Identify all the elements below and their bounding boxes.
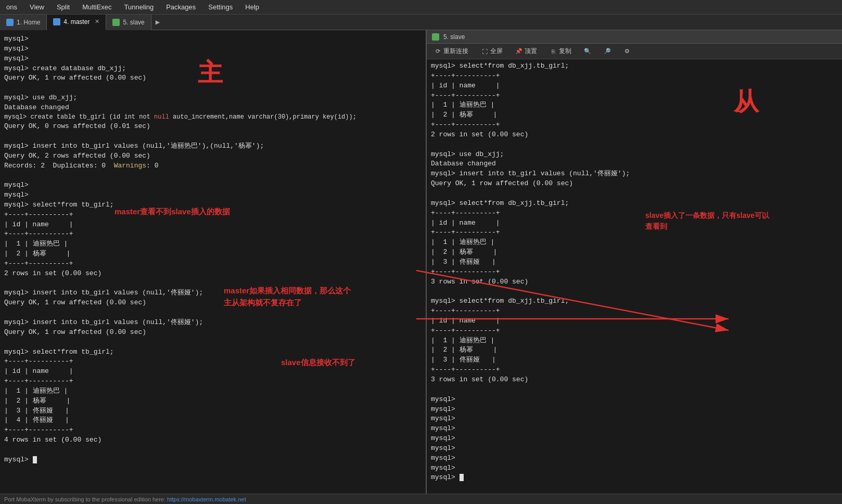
terminal-line xyxy=(4,308,422,318)
terminal-line: | 1 | 迪丽热巴 | xyxy=(431,336,838,346)
reconnect-button[interactable]: ⟳ 重新连接 xyxy=(431,46,471,57)
terminal-line: +----+----------+ xyxy=(4,377,422,386)
terminal-line: | 2 | 杨幂 | xyxy=(4,396,422,406)
terminal-line: mysql> use db_xjj; xyxy=(431,150,838,160)
terminal-line: Query OK, 1 row affected (0.00 sec) xyxy=(4,298,422,308)
terminal-line: | id | name | xyxy=(4,367,422,377)
terminal-line: | 2 | 杨幂 | xyxy=(431,110,838,120)
terminal-line: Query OK, 0 rows affected (0.01 sec) xyxy=(4,122,422,132)
terminal-line: mysql> xyxy=(4,54,422,64)
pin-icon: 📌 xyxy=(515,48,522,55)
tab-nav-button[interactable]: ▶ xyxy=(151,18,164,27)
menu-multiexec[interactable]: MultiExec xyxy=(80,2,113,12)
right-terminal-content[interactable]: 从 slave插入了一条数据，只有slave可以查看到 mysql> selec… xyxy=(427,59,842,504)
terminal-line: | 1 | 迪丽热巴 | xyxy=(4,386,422,396)
terminal-line: mysql> xyxy=(431,473,838,483)
terminal-line: mysql> xyxy=(431,405,838,415)
terminal-line: | id | name | xyxy=(4,220,422,230)
zoom-in-button[interactable]: 🔎 xyxy=(601,47,614,56)
left-terminal-pane[interactable]: 主 master查看不到slave插入的数据 master如果插入相同数据，那么… xyxy=(0,30,427,504)
terminal-line: mysql> xyxy=(4,44,422,54)
terminal-line: mysql> create table tb_girl (id int not … xyxy=(4,113,422,122)
terminal-line: +----+----------+ xyxy=(431,306,838,316)
slave-title-text: 5. slave xyxy=(443,33,465,41)
bottom-bar-text: Port MobaXterm by subscribing to the pro… xyxy=(4,496,165,502)
right-toolbar: ⟳ 重新连接 ⛶ 全屏 📌 顶置 ⎘ 复制 🔍 🔎 ⚙ xyxy=(427,44,842,59)
terminal-line: Query OK, 1 row affected (0.00 sec) xyxy=(4,328,422,338)
terminal-line: mysql> xyxy=(4,190,422,200)
menu-help[interactable]: Help xyxy=(243,2,261,12)
pin-button[interactable]: 📌 顶置 xyxy=(512,46,540,57)
terminal-line: mysql> xyxy=(431,424,838,434)
fullscreen-icon: ⛶ xyxy=(481,48,488,55)
terminal-line: mysql> xyxy=(431,444,838,454)
terminal-line: | 3 | 佟丽娅 | xyxy=(4,406,422,416)
menu-tunneling[interactable]: Tunneling xyxy=(122,2,156,12)
terminal-line: +----+----------+ xyxy=(431,209,838,218)
tab-bar: 1. Home 4. master ✕ 5. slave ▶ xyxy=(0,15,842,30)
terminal-line: +----+----------+ xyxy=(4,210,422,220)
terminal-line: Query OK, 2 rows affected (0.00 sec) xyxy=(4,151,422,161)
tab-master[interactable]: 4. master ✕ xyxy=(47,15,106,30)
terminal-line xyxy=(431,385,838,395)
terminal-line xyxy=(4,83,422,93)
terminal-line: | 1 | 迪丽热巴 | xyxy=(4,239,422,249)
fullscreen-button[interactable]: ⛶ 全屏 xyxy=(478,46,506,57)
terminal-line: +----+----------+ xyxy=(431,365,838,375)
terminal-line xyxy=(4,279,422,289)
tab-master-label: 4. master xyxy=(63,18,90,25)
terminal-line: 2 rows in set (0.00 sec) xyxy=(431,130,838,140)
terminal-line: Database changed xyxy=(431,159,838,169)
menu-settings[interactable]: Settings xyxy=(206,2,235,12)
bottom-bar-link[interactable]: https://mobaxterm.mobatek.net xyxy=(167,496,246,502)
right-terminal-pane: 5. slave ⟳ 重新连接 ⛶ 全屏 📌 顶置 ⎘ 复制 🔍 xyxy=(427,30,842,504)
menu-view[interactable]: View xyxy=(28,2,46,12)
terminal-line: | 2 | 杨幂 | xyxy=(431,345,838,355)
master-db-icon xyxy=(53,18,60,25)
terminal-line: mysql> select*from db_xjj.tb_girl; xyxy=(431,61,838,71)
terminal-line: +----+----------+ xyxy=(4,229,422,239)
terminal-line: +----+----------+ xyxy=(4,425,422,435)
settings-button[interactable]: ⚙ xyxy=(620,47,634,56)
terminal-line xyxy=(4,338,422,347)
bottom-bar: Port MobaXterm by subscribing to the pro… xyxy=(0,494,842,504)
terminal-line: mysql> xyxy=(431,395,838,405)
right-terminal-lines: mysql> select*from db_xjj.tb_girl; +----… xyxy=(431,61,838,483)
terminal-line: mysql> select*from tb_girl; xyxy=(4,200,422,210)
terminal-line: mysql> insert into tb_girl values (null,… xyxy=(4,141,422,151)
copy-button[interactable]: ⎘ 复制 xyxy=(546,46,575,57)
menu-packages[interactable]: Packages xyxy=(164,2,198,12)
terminal-line: | 1 | 迪丽热巴 | xyxy=(431,238,838,248)
tab-home[interactable]: 1. Home xyxy=(0,15,47,30)
menu-split[interactable]: Split xyxy=(55,2,72,12)
terminal-line: | id | name | xyxy=(431,316,838,326)
search-button[interactable]: 🔍 xyxy=(581,47,594,56)
left-terminal-content: mysql> mysql> mysql> mysql> create datab… xyxy=(4,32,422,465)
terminal-line: +----+----------+ xyxy=(431,267,838,277)
main-layout: 主 master查看不到slave插入的数据 master如果插入相同数据，那么… xyxy=(0,30,842,504)
terminal-line: 2 rows in set (0.00 sec) xyxy=(4,269,422,279)
terminal-line xyxy=(4,445,422,455)
terminal-line: mysql> insert into tb_girl values (null,… xyxy=(4,318,422,328)
tab-close-icon[interactable]: ✕ xyxy=(95,18,99,25)
terminal-line: | 3 | 佟丽娅 | xyxy=(431,257,838,267)
menu-ons[interactable]: ons xyxy=(4,2,19,12)
terminal-line: mysql> select*from db_xjj.tb_girl; xyxy=(431,296,838,306)
search-icon: 🔍 xyxy=(584,48,591,55)
terminal-line xyxy=(431,140,838,150)
terminal-line: Query OK, 1 row affected (0.00 sec) xyxy=(4,73,422,83)
terminal-line: +----+----------+ xyxy=(431,71,838,81)
terminal-line: mysql> xyxy=(431,434,838,444)
tab-slave[interactable]: 5. slave xyxy=(106,15,151,30)
terminal-line: 3 rows in set (0.00 sec) xyxy=(431,375,838,385)
reconnect-icon: ⟳ xyxy=(434,48,441,55)
slave-db-icon xyxy=(112,19,120,26)
terminal-line: mysql> xyxy=(4,180,422,190)
terminal-line: 4 rows in set (0.00 sec) xyxy=(4,435,422,445)
pin-label: 顶置 xyxy=(525,47,537,56)
terminal-line: +----+----------+ xyxy=(4,357,422,367)
terminal-line: Records: 2 Duplicates: 0 Warnings: 0 xyxy=(4,161,422,171)
right-title-bar: 5. slave xyxy=(427,30,842,44)
terminal-line: +----+----------+ xyxy=(4,259,422,269)
terminal-line: | id | name | xyxy=(431,218,838,228)
